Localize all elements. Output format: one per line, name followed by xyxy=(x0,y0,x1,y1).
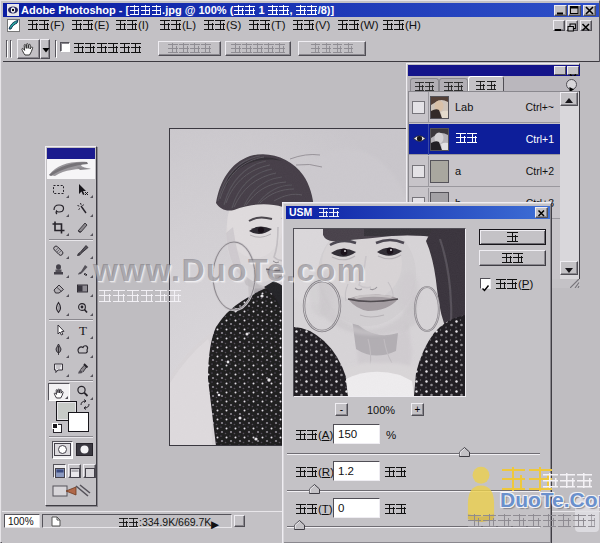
svg-text:T: T xyxy=(79,323,87,338)
